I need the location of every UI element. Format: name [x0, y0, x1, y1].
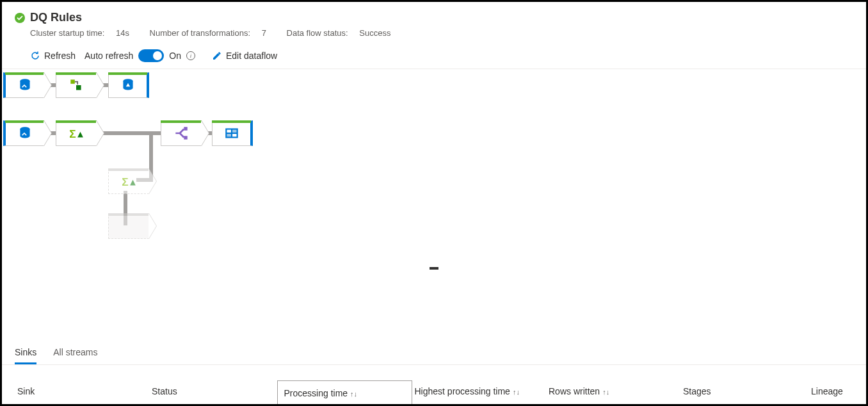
- aggregate-node[interactable]: Σ: [56, 120, 97, 146]
- col-processing[interactable]: Processing time↑↓: [277, 381, 412, 406]
- col-lineage[interactable]: Lineage: [808, 381, 853, 406]
- placeholder-node[interactable]: [108, 213, 149, 239]
- transform-node[interactable]: [56, 72, 97, 98]
- auto-refresh-label: Auto refresh: [84, 51, 133, 61]
- sinks-table: Sink Status Processing time↑↓ Highest pr…: [15, 380, 853, 406]
- tab-sinks[interactable]: Sinks: [15, 341, 36, 364]
- sink-node[interactable]: [108, 72, 149, 98]
- branch-node[interactable]: [161, 120, 202, 146]
- col-highest[interactable]: Highest processing time↑↓: [412, 381, 546, 406]
- svg-rect-11: [232, 130, 237, 133]
- svg-rect-13: [232, 134, 237, 136]
- page-title: DQ Rules: [30, 11, 82, 24]
- refresh-icon: [30, 51, 40, 61]
- source-node[interactable]: [3, 72, 44, 98]
- info-icon[interactable]: i: [186, 51, 195, 60]
- tab-all-streams[interactable]: All streams: [53, 341, 97, 364]
- svg-rect-10: [227, 130, 231, 133]
- svg-text:Σ: Σ: [122, 175, 128, 188]
- dataflow-graph[interactable]: Σ Σ: [2, 69, 866, 261]
- edit-dataflow-button[interactable]: Edit dataflow: [212, 51, 277, 61]
- col-stages[interactable]: Stages: [680, 381, 808, 406]
- sink-node-2[interactable]: [212, 120, 253, 146]
- svg-rect-7: [184, 127, 187, 130]
- svg-rect-2: [70, 79, 75, 83]
- success-icon: [15, 13, 25, 23]
- splitter-handle[interactable]: [430, 267, 438, 270]
- svg-text:Σ: Σ: [69, 127, 76, 140]
- aggregate-node-faded[interactable]: Σ: [108, 168, 149, 194]
- svg-rect-3: [76, 85, 81, 90]
- svg-rect-8: [184, 136, 187, 139]
- refresh-button[interactable]: Refresh: [30, 51, 76, 61]
- col-sink[interactable]: Sink: [15, 381, 149, 406]
- auto-refresh-toggle[interactable]: [138, 49, 164, 62]
- meta-row: Cluster startup time: 14s Number of tran…: [15, 28, 853, 38]
- col-status[interactable]: Status: [149, 381, 277, 406]
- col-rows[interactable]: Rows written↑↓: [546, 381, 680, 406]
- svg-rect-12: [227, 134, 231, 136]
- source-node-2[interactable]: [3, 120, 44, 146]
- edit-icon: [212, 51, 222, 61]
